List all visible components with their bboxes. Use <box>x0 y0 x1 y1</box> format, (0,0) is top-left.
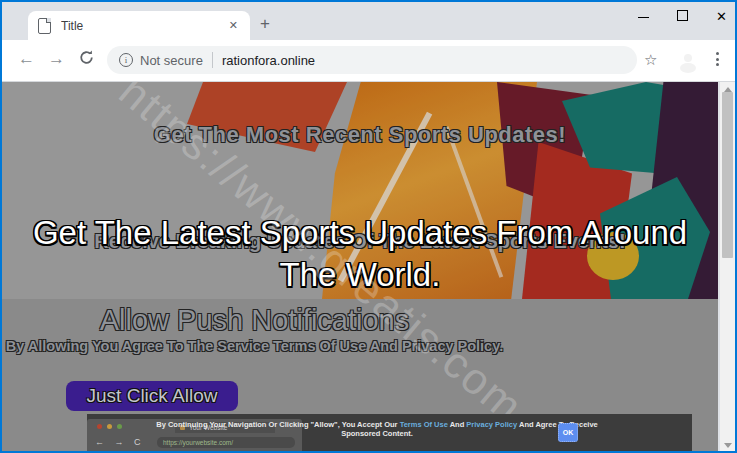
consent-text-part1: By Continuing Your Navigation Or Clickin… <box>156 420 399 429</box>
browser-toolbar: ← → i Not secure rationfora.online ☆ <box>2 40 735 82</box>
menu-kebab-icon[interactable] <box>713 49 722 69</box>
close-window-button[interactable]: ✕ <box>716 8 727 26</box>
page-favicon-icon <box>38 18 51 34</box>
refresh-icon[interactable] <box>78 49 95 70</box>
tab-close-icon[interactable]: ✕ <box>227 17 240 34</box>
browser-tab[interactable]: Title ✕ <box>28 11 250 40</box>
scrollbar[interactable] <box>720 82 735 453</box>
scroll-down-icon[interactable] <box>720 438 735 453</box>
just-click-allow-button[interactable]: Just Click Allow <box>66 381 238 411</box>
bookmark-star-icon[interactable]: ☆ <box>644 51 657 69</box>
browser-window: Title ✕ + ✕ ← → i Not secure rationfora.… <box>0 0 737 453</box>
consent-text-part2: And <box>448 420 466 429</box>
url-text[interactable]: rationfora.online <box>222 53 315 68</box>
consent-bar: Your Website ← → C https://yourwebsite.c… <box>87 414 692 453</box>
scrollbar-thumb[interactable] <box>722 92 733 258</box>
consent-text: By Continuing Your Navigation Or Clickin… <box>142 420 612 438</box>
privacy-policy-link[interactable]: Privacy Policy <box>466 420 517 429</box>
terms-of-use-link[interactable]: Terms Of Use <box>400 420 448 429</box>
allow-subtitle: By Allowing You Agree To The Service Ter… <box>2 338 507 354</box>
address-bar[interactable]: i Not secure rationfora.online <box>107 46 637 74</box>
tab-title: Title <box>61 19 227 33</box>
mock-address-bar: https://yourwebsite.com/ <box>157 437 295 448</box>
main-headline: Get The Latest Sports Updates From Aroun… <box>2 212 718 296</box>
allow-title: Allow Push Notifications <box>2 304 507 337</box>
back-icon[interactable]: ← <box>18 49 35 69</box>
main-headline-line1: Get The Latest Sports Updates From Aroun… <box>2 212 718 254</box>
tab-strip: Title ✕ + ✕ <box>2 2 735 40</box>
url-divider <box>212 52 213 68</box>
minimize-button[interactable] <box>638 8 649 26</box>
mock-traffic-lights-icon <box>97 424 122 429</box>
maximize-button[interactable] <box>677 8 688 26</box>
new-tab-button[interactable]: + <box>260 14 270 34</box>
page-content: Get The Most Recent Sports Updates! Rece… <box>2 82 718 453</box>
main-headline-line2: The World. <box>2 254 718 296</box>
top-headline: Get The Most Recent Sports Updates! <box>2 122 718 148</box>
ok-button[interactable]: OK <box>558 423 578 442</box>
mock-nav-icons: ← → C <box>95 437 145 447</box>
site-info-icon[interactable]: i <box>119 53 133 67</box>
security-label[interactable]: Not secure <box>140 53 203 68</box>
window-controls: ✕ <box>638 8 727 26</box>
forward-icon[interactable]: → <box>48 49 65 69</box>
